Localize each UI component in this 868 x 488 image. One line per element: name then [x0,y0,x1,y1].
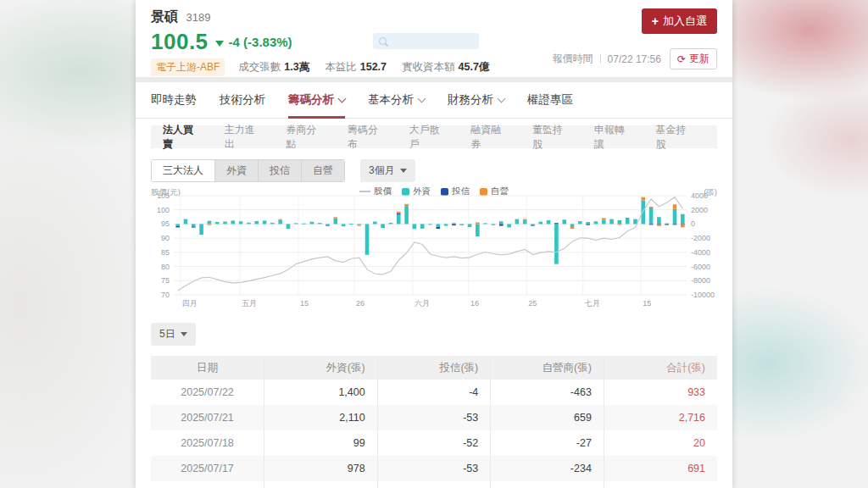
stat-item: 本益比152.7 [325,60,387,75]
stock-page-panel: 景碩 3189 100.5 -4 (-3.83%) 電子上游-ABF 成交張數1… [136,0,732,488]
stock-title: 景碩 3189 [151,8,717,27]
table-cell: 20 [604,430,717,456]
divider [600,54,601,64]
video-frame-background: 景碩 3189 100.5 -4 (-3.83%) 電子上游-ABF 成交張數1… [0,0,868,488]
stock-code: 3189 [186,11,210,24]
svg-text:85: 85 [161,248,170,257]
svg-text:4000: 4000 [691,191,708,200]
table-row: 2025/07/17978-53-234691 [151,456,717,481]
segment-三大法人[interactable]: 三大法人 [152,160,214,181]
chart-period-label: 3個月 [369,164,395,178]
column-header: 日期 [151,356,264,380]
refresh-label: 更新 [689,52,709,66]
tab-權證專區[interactable]: 權證專區 [527,92,573,118]
table-cell: -53 [377,405,491,430]
column-header: 外資(張) [264,356,378,380]
table-cell: 2025/07/17 [151,456,264,481]
svg-text:90: 90 [161,234,170,242]
table-header-row: 日期外資(張)投信(張)自營商(張)合計(張) [151,356,717,380]
subtab-籌碼分布[interactable]: 籌碼分布 [348,123,384,152]
subtab-券商分點[interactable]: 券商分點 [286,123,322,152]
caret-down-icon [181,332,187,336]
subtab-融資融券[interactable]: 融資融券 [470,123,507,152]
sub-tabs: 法人買賣主力進出券商分點籌碼分布大戶散戶融資融券董監持股申報轉讓基金持股 [151,125,717,148]
column-header: 合計(張) [604,356,717,380]
table-cell: 2025/07/16 [151,481,264,488]
table-cell: 79 [491,481,604,488]
svg-text:105: 105 [157,191,170,200]
subtab-大戶散戶[interactable]: 大戶散戶 [409,123,446,152]
table-period-label: 5日 [159,327,175,341]
table-cell: -52 [377,430,491,456]
svg-text:-6000: -6000 [691,263,710,271]
add-watchlist-button[interactable]: + 加入自選 [642,8,717,34]
svg-text:六月: 六月 [415,299,430,308]
subtab-法人買賣[interactable]: 法人買賣 [163,123,199,152]
table-body: 2025/07/221,400-4-4639332025/07/212,110-… [151,380,717,488]
table-cell: -27 [491,430,604,456]
segment-自營[interactable]: 自營 [301,160,344,181]
chart-canvas: 105100959085807570400020000-2000-4000-60… [151,187,717,316]
table-row: 2025/07/162,375-1792,453 [151,481,717,488]
search-input[interactable] [373,33,479,49]
svg-text:100: 100 [157,206,170,214]
quote-time-row: 報價時間 07/22 17:56 ⟳ 更新 [553,48,717,69]
price-change: -4 (-3.83%) [229,35,292,49]
chevron-down-icon [418,95,426,103]
table-cell: -4 [377,380,491,405]
svg-text:-8000: -8000 [691,276,710,285]
table-cell: 1,400 [264,380,378,405]
tab-籌碼分析[interactable]: 籌碼分析 [288,92,345,119]
main-tabs: 即時走勢技術分析籌碼分析基本分析財務分析權證專區 [136,82,732,119]
stock-header: 景碩 3189 100.5 -4 (-3.83%) 電子上游-ABF 成交張數1… [136,0,732,82]
institutional-trading-chart: 股價(元) 股價外資投信自營 (張) 105100959085807570400… [151,187,717,316]
segment-外資[interactable]: 外資 [214,160,258,181]
segment-投信[interactable]: 投信 [258,160,301,181]
subtab-主力進出[interactable]: 主力進出 [225,123,261,152]
stat-item: 實收資本額45.7億 [402,60,489,75]
stock-name: 景碩 [151,9,178,24]
tab-基本分析[interactable]: 基本分析 [368,92,425,118]
institution-segmented-control: 三大法人外資投信自營 [151,159,345,182]
tab-技術分析[interactable]: 技術分析 [220,92,265,118]
svg-text:0: 0 [691,219,695,228]
svg-text:-2000: -2000 [691,234,710,242]
tab-即時走勢[interactable]: 即時走勢 [151,92,197,118]
refresh-button[interactable]: ⟳ 更新 [670,48,717,69]
quote-time-label: 報價時間 [553,52,593,66]
table-cell: 659 [491,405,604,430]
table-period-dropdown[interactable]: 5日 [151,323,196,346]
svg-text:七月: 七月 [584,299,600,308]
svg-text:16: 16 [470,299,479,308]
svg-text:2000: 2000 [691,206,708,214]
svg-text:25: 25 [528,299,537,308]
chart-period-dropdown[interactable]: 3個月 [360,159,415,182]
table-cell: 2,716 [604,405,717,430]
subtab-申報轉讓[interactable]: 申報轉讓 [594,123,631,152]
stock-stats: 成交張數1.3萬本益比152.7實收資本額45.7億 [238,60,504,75]
svg-text:五月: 五月 [242,299,257,308]
svg-text:95: 95 [161,219,170,228]
tab-財務分析[interactable]: 財務分析 [448,92,504,118]
table-cell: -463 [491,380,604,405]
table-cell: 978 [264,456,378,481]
svg-text:15: 15 [300,299,309,308]
svg-text:-10000: -10000 [691,291,715,299]
table-period-row: 5日 [151,323,717,346]
table-cell: 2025/07/22 [151,380,264,405]
chevron-down-icon [338,95,347,103]
svg-text:15: 15 [643,299,651,308]
stat-item: 成交張數1.3萬 [238,60,309,75]
subtab-董監持股[interactable]: 董監持股 [532,123,569,152]
column-header: 自營商(張) [491,356,604,380]
industry-badge[interactable]: 電子上游-ABF [151,58,225,76]
table-cell: 933 [604,380,717,405]
table-cell: -234 [491,456,604,481]
svg-text:26: 26 [356,299,364,308]
stock-price: 100.5 [151,29,209,55]
svg-text:-4000: -4000 [691,248,710,257]
subtab-基金持股[interactable]: 基金持股 [655,123,692,152]
chevron-down-icon [498,95,506,103]
institutional-trading-table: 日期外資(張)投信(張)自營商(張)合計(張) 2025/07/221,400-… [151,356,717,488]
svg-text:70: 70 [161,291,170,299]
